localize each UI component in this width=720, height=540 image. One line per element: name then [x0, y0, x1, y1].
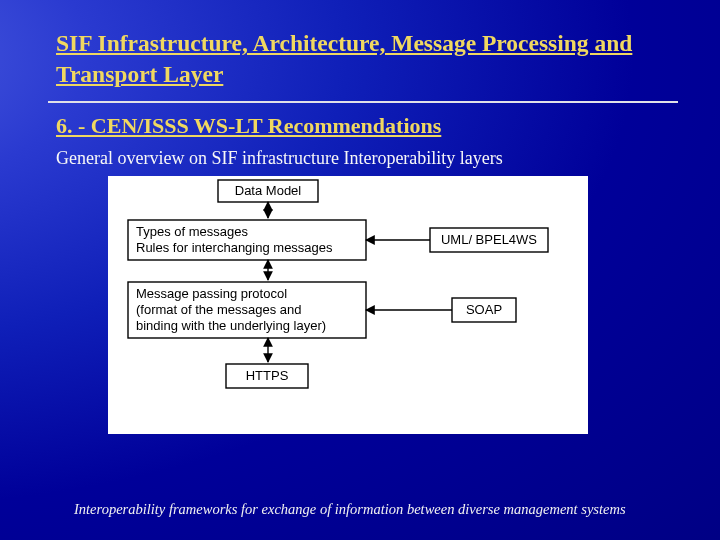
body-text: General overview on SIF infrastructure I… [56, 147, 672, 170]
diagram-box-types-line2: Rules for interchanging messages [136, 240, 333, 255]
section-heading: 6. - CEN/ISSS WS-LT Recommendations [56, 113, 672, 139]
diagram-box-https: HTTPS [246, 368, 289, 383]
title-divider [48, 101, 678, 103]
diagram-box-proto-line1: Message passing protocol [136, 286, 287, 301]
diagram-box-data-model: Data Model [235, 183, 302, 198]
diagram-box-types-line1: Types of messages [136, 224, 248, 239]
diagram-side-uml: UML/ BPEL4WS [441, 232, 537, 247]
slide-footer: Interoperability frameworks for exchange… [74, 500, 660, 518]
diagram-box-proto-line3: binding with the underlying layer) [136, 318, 326, 333]
slide-title: SIF Infrastructure, Architecture, Messag… [56, 28, 672, 89]
slide: SIF Infrastructure, Architecture, Messag… [0, 0, 720, 540]
diagram-box-proto-line2: (format of the messages and [136, 302, 301, 317]
diagram-side-soap: SOAP [466, 302, 502, 317]
interoperability-layers-diagram: Data Model Types of messages Rules for i… [108, 176, 588, 434]
